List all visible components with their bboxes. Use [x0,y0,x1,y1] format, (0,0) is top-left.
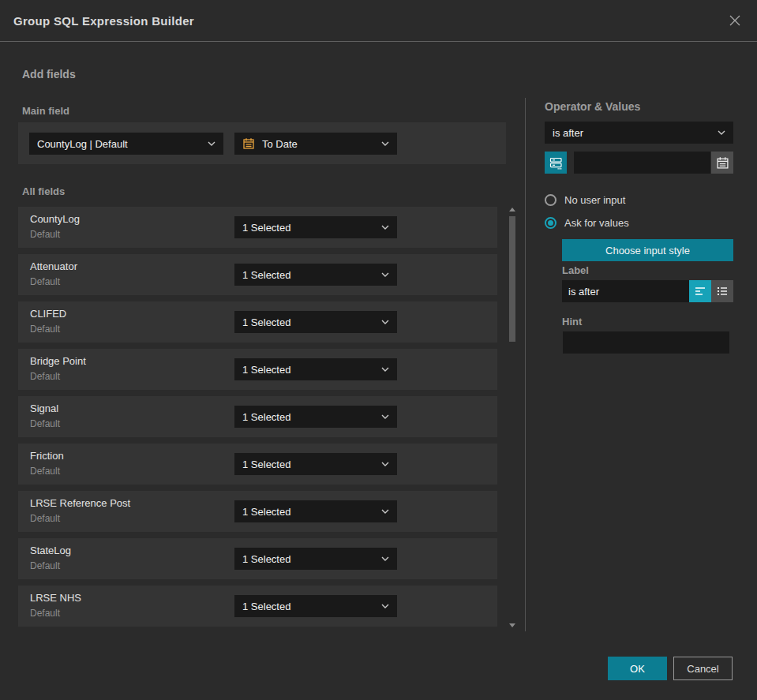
close-button[interactable] [726,12,744,29]
field-row: CLIFED Default 1 Selected [18,301,497,343]
field-selected-dropdown-label: 1 Selected [242,316,290,328]
radio-ask-for-values[interactable]: Ask for values [545,216,629,229]
field-subtitle: Default [30,371,60,382]
chevron-down-icon [381,367,389,372]
field-name: CLIFED [30,308,66,320]
chevron-down-icon [381,604,389,608]
all-fields-list: CountyLog Default 1 Selected Attenuator … [18,207,497,633]
field-selected-dropdown[interactable]: 1 Selected [234,311,397,333]
field-subtitle: Default [30,418,60,429]
dialog-titlebar: Group SQL Expression Builder [0,0,757,42]
add-fields-heading: Add fields [22,68,76,80]
value-input[interactable] [574,152,710,174]
field-subtitle: Default [30,513,60,524]
field-selected-dropdown[interactable]: 1 Selected [234,216,397,238]
list-style-toggle[interactable] [711,280,733,302]
field-subtitle: Default [30,466,60,477]
bullet-list-icon [716,286,729,297]
operator-select-value: is after [553,127,583,139]
chevron-down-icon [381,225,389,230]
radio-no-user-input-label: No user input [564,194,625,206]
operator-values-heading: Operator & Values [545,100,640,113]
hint-caption: Hint [562,316,582,328]
field-selected-dropdown[interactable]: 1 Selected [234,595,397,617]
list-scrollbar[interactable] [508,207,516,628]
field-selected-dropdown[interactable]: 1 Selected [234,264,397,286]
stacked-values-icon [549,155,564,170]
label-caption: Label [562,264,589,276]
field-row: StateLog Default 1 Selected [18,538,497,579]
main-field-select[interactable]: CountyLog | Default [29,133,223,155]
operator-select[interactable]: is after [545,122,733,144]
scrollbar-down-arrow-icon[interactable] [509,623,515,627]
field-selected-dropdown-label: 1 Selected [242,411,290,423]
main-field-date-select[interactable]: To Date [234,133,397,155]
field-name: Attenuator [30,260,77,272]
field-name: Bridge Point [30,355,86,367]
field-row: LRSE Reference Post Default 1 Selected [18,491,497,532]
unique-values-button[interactable] [545,152,567,174]
field-row: Bridge Point Default 1 Selected [18,349,497,390]
field-subtitle: Default [30,276,60,287]
field-name: Friction [30,450,64,462]
field-selected-dropdown-label: 1 Selected [242,553,290,565]
chevron-down-icon [381,272,389,277]
field-name: LRSE NHS [30,592,81,604]
cancel-button[interactable]: Cancel [673,657,733,680]
field-selected-dropdown[interactable]: 1 Selected [234,500,397,522]
field-selected-dropdown[interactable]: 1 Selected [234,406,397,428]
ok-button-label: OK [630,663,645,675]
field-subtitle: Default [30,324,60,335]
field-subtitle: Default [30,229,60,240]
field-name: LRSE Reference Post [30,497,130,509]
field-name: StateLog [30,545,71,556]
field-selected-dropdown-label: 1 Selected [242,364,290,376]
group-sql-expression-builder-dialog: Group SQL Expression Builder Add fields … [0,0,757,700]
chevron-down-icon [381,141,389,146]
chevron-down-icon [381,320,389,324]
all-fields-caption: All fields [22,185,65,197]
field-row: Signal Default 1 Selected [18,396,497,437]
ok-button[interactable]: OK [608,657,667,680]
scrollbar-thumb[interactable] [509,216,515,342]
field-selected-dropdown-label: 1 Selected [242,269,290,281]
label-input[interactable] [562,280,689,302]
field-row: Friction Default 1 Selected [18,444,497,485]
field-name: CountyLog [30,213,80,225]
radio-no-user-input[interactable]: No user input [545,193,625,206]
chevron-down-icon [718,130,725,135]
field-subtitle: Default [30,560,60,571]
field-selected-dropdown[interactable]: 1 Selected [234,548,397,570]
close-icon [729,14,741,27]
field-selected-dropdown-label: 1 Selected [242,459,290,470]
main-field-select-value: CountyLog | Default [37,138,128,150]
calendar-icon [716,156,729,170]
panel-divider [525,98,526,631]
dialog-title: Group SQL Expression Builder [13,14,194,28]
radio-circle-icon [545,194,557,206]
main-field-caption: Main field [22,105,69,117]
chevron-down-icon [208,141,215,146]
main-field-panel: CountyLog | Default To Date [18,122,506,164]
choose-input-style-button[interactable]: Choose input style [562,239,733,261]
calendar-icon [242,137,255,150]
field-selected-dropdown[interactable]: 1 Selected [234,453,397,475]
radio-ask-for-values-label: Ask for values [564,217,629,229]
field-subtitle: Default [30,608,60,619]
field-selected-dropdown-label: 1 Selected [242,601,290,612]
field-selected-dropdown[interactable]: 1 Selected [234,358,397,380]
radio-selected-icon [545,217,557,229]
chevron-down-icon [381,556,389,561]
single-line-style-toggle[interactable] [689,280,711,302]
date-picker-button[interactable] [711,152,733,174]
hint-input[interactable] [563,331,729,354]
scrollbar-up-arrow-icon[interactable] [509,208,515,211]
field-row: CountyLog Default 1 Selected [18,207,497,248]
choose-input-style-label: Choose input style [605,245,690,256]
align-left-icon [694,286,706,297]
field-selected-dropdown-label: 1 Selected [242,506,290,518]
field-row: Attenuator Default 1 Selected [18,254,497,295]
field-selected-dropdown-label: 1 Selected [242,222,290,234]
cancel-button-label: Cancel [687,663,718,675]
chevron-down-icon [381,414,389,419]
